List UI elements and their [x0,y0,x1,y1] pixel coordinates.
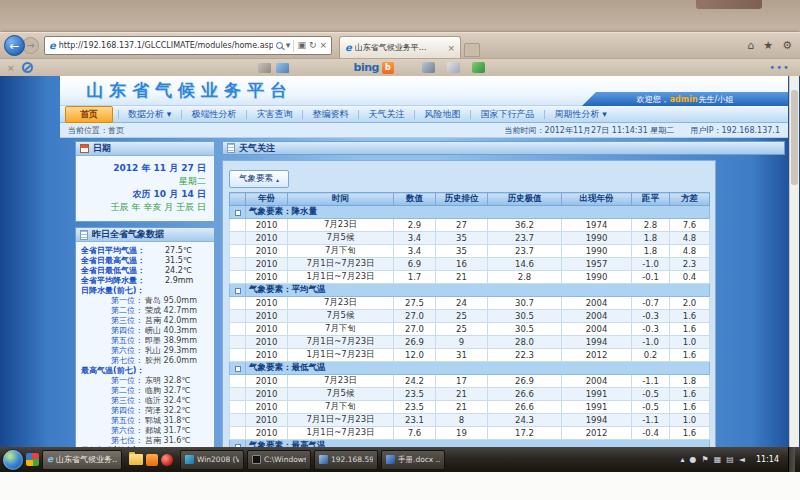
search-icon[interactable] [276,42,283,49]
addon-card-icon-2[interactable] [276,63,289,73]
rank-label: 第三位： [81,396,143,406]
row-check-cell [230,336,246,349]
table-row[interactable]: 20107月23日27.52430.72004-0.72.0 [230,297,710,310]
back-button[interactable]: ← [4,35,25,56]
bing-logo[interactable]: bing [354,61,379,74]
cell: 2.3 [670,258,710,271]
rank-item: 第七位：胶州 26.0mm [81,356,211,366]
search-caret-icon[interactable]: ▾ [286,41,291,50]
messenger-icon[interactable]: ● [690,455,697,464]
stat-row: 全省日最低气温：24.2℃ [81,266,211,276]
address-bar[interactable]: e http://192.168.137.1/GLCCLIMATE/module… [44,36,332,55]
desktop-background [0,0,800,34]
table-row[interactable]: 20107月1日~7月23日23.1824.31994-1.11.0 [230,414,710,427]
rank-item: 第一位：青岛 95.0mm [81,296,211,306]
nav-item-extreme-analysis[interactable]: 极端性分析 [181,107,246,122]
network-icon[interactable]: ▤ [726,455,734,464]
table-row[interactable]: 20107月5候23.52126.61991-0.51.6 [230,388,710,401]
table-header: 出现年份 [562,193,632,206]
cell: 2010 [246,401,288,414]
taskbar-active-window[interactable]: e 山东省气候业务... [42,450,122,470]
show-desktop-button[interactable] [788,447,795,472]
cell: 12.0 [394,349,436,362]
nav-item-compiled-data[interactable]: 整编资料 [302,107,358,122]
more-addons-icon[interactable]: ••• [769,62,790,73]
volume-icon[interactable]: ◄ [739,455,745,464]
report-icon [80,230,88,240]
browser-scrollbar[interactable] [789,76,799,473]
bing-badge-icon[interactable]: b [382,62,394,74]
row-check-cell [230,232,246,245]
rank-item: 第二位：临朐 32.7℃ [81,386,211,396]
cell: 25 [436,323,488,336]
refresh-icon[interactable]: ↻ [309,41,317,50]
site-header: 山东省气候业务平台 欢迎您， admin 先生/小姐 [60,76,788,106]
table-row[interactable]: 20107月5候27.02530.52004-0.31.6 [230,310,710,323]
cell: 7月23日 [288,219,394,232]
display-icon[interactable]: ▦ [714,455,722,464]
checkbox-icon[interactable] [235,366,241,372]
url-text[interactable]: http://192.168.137.1/GLCCLIMATE/modules/… [59,41,273,50]
compatibility-icon[interactable]: ▣ [297,41,306,50]
nav-item-weather-focus[interactable]: 天气关注 [358,107,414,122]
taskbar-window-2[interactable]: C:\Windows\sy... [247,450,311,470]
window-icon [386,455,395,464]
explorer-folder-icon[interactable] [129,454,143,465]
checkbox-icon[interactable] [235,288,241,294]
table-row[interactable]: 20107月1日~7月23日26.9928.01994-1.01.0 [230,336,710,349]
table-header: 距平 [632,193,670,206]
new-tab-button[interactable] [464,43,480,57]
section-check-cell [230,284,246,297]
nav-item-home[interactable]: 首页 [65,106,113,123]
table-row[interactable]: 20101月1日~7月23日1.7212.81990-0.10.4 [230,271,710,284]
table-section-row[interactable]: 气象要素：最低气温 [230,362,710,375]
cell: 7月23日 [288,375,394,388]
pinned-app-icon[interactable] [26,453,39,466]
settings-gear-icon[interactable]: ⚙ [782,39,792,52]
favorites-star-icon[interactable]: ★ [763,39,773,52]
addon-mail-icon[interactable] [447,62,460,73]
addon-camera-icon[interactable] [422,62,435,73]
table-row[interactable]: 20101月1日~7月23日12.03122.320120.21.6 [230,349,710,362]
addon-card-icon[interactable] [258,63,271,73]
table-section-row[interactable]: 气象要素：平均气温 [230,284,710,297]
table-row[interactable]: 20107月5候3.43523.719901.84.8 [230,232,710,245]
table-section-row[interactable]: 气象要素：降水量 [230,206,710,219]
start-button[interactable] [3,450,23,470]
show-hidden-icons-icon[interactable]: ▴ [680,455,684,464]
addon-close-icon[interactable]: × [7,63,15,73]
addon-plugin-icon[interactable] [472,62,485,73]
media-player-icon[interactable] [161,454,173,466]
nav-item-national-products[interactable]: 国家下行产品 [470,107,544,122]
nav-item-risk-map[interactable]: 风险地图 [414,107,470,122]
table-row[interactable]: 20107月下旬3.43523.719901.84.8 [230,245,710,258]
action-center-flag-icon[interactable]: ⚑ [701,455,708,464]
tab-close-icon[interactable]: × [447,43,455,53]
home-icon[interactable]: ⌂ [747,39,754,52]
cell: 2010 [246,336,288,349]
table-row[interactable]: 20107月下旬23.52126.61991-0.51.6 [230,401,710,414]
taskbar-window-4[interactable]: 手册.docx ... [381,450,445,470]
browser-tab[interactable]: e 山东省气候业务平... × [339,36,461,58]
nav-item-periodic-analysis[interactable]: 周期性分析 ▾ [544,107,616,122]
outer-window-controls [696,0,762,9]
blocked-icon[interactable] [22,62,33,73]
table-row[interactable]: 20101月1日~7月23日7.61917.22012-0.41.6 [230,427,710,440]
nav-item-data-analysis[interactable]: 数据分析 ▾ [118,107,181,122]
taskbar-window-3[interactable]: 192.168.59.99... [314,450,378,470]
table-row[interactable]: 20107月1日~7月23日6.91614.61957-1.02.3 [230,258,710,271]
checkbox-icon[interactable] [235,210,241,216]
scrollbar-thumb[interactable] [791,90,798,185]
nav-item-disaster-query[interactable]: 灾害查询 [246,107,302,122]
quicklaunch-app-icon[interactable] [146,454,158,466]
browser-window: ← → e http://192.168.137.1/GLCCLIMATE/mo… [0,32,800,472]
element-filter-button[interactable]: 气象要素 ▴ [229,170,289,188]
taskbar-window-1[interactable]: Win2008 (V52... [180,450,244,470]
tray-clock[interactable]: 11:14 [756,455,779,464]
table-row[interactable]: 20107月23日2.92736.219742.87.6 [230,219,710,232]
rank-item: 第二位：荣成 42.7mm [81,306,211,316]
table-row[interactable]: 20107月23日24.21726.92004-1.11.8 [230,375,710,388]
table-row[interactable]: 20107月下旬27.02530.52004-0.31.6 [230,323,710,336]
stop-icon[interactable]: × [319,41,327,50]
rank-label: 第二位： [81,386,143,396]
